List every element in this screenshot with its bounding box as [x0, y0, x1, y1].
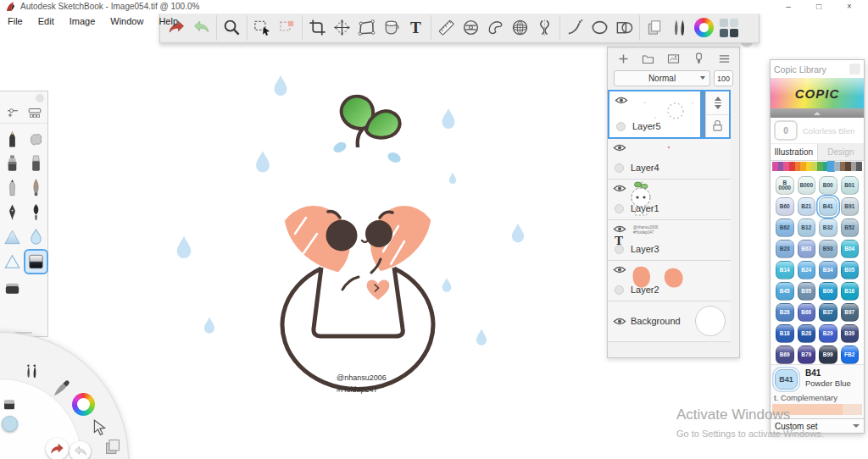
selected-swatch-preview[interactable]: B41: [775, 369, 798, 390]
layer-row-layer3[interactable]: T@nhansu2006#Hoidap247Layer3: [608, 220, 731, 261]
brush-inking-pen-icon[interactable]: [2, 202, 23, 224]
color-family-4[interactable]: [795, 162, 801, 171]
copic-swatch-B26[interactable]: B26: [776, 303, 794, 322]
text-tool-icon[interactable]: T: [403, 15, 428, 41]
ellipse-tool-icon[interactable]: [587, 15, 612, 41]
menu-image[interactable]: Image: [62, 14, 103, 30]
minimize-button[interactable]: –: [773, 0, 804, 13]
menu-edit[interactable]: Edit: [31, 14, 62, 30]
copic-swatch-B97[interactable]: B97: [841, 303, 860, 322]
brush-marker-icon[interactable]: [2, 152, 23, 174]
color-family-9[interactable]: [823, 162, 829, 171]
copic-swatch-B41[interactable]: B41: [819, 197, 837, 216]
tab-illustration[interactable]: Illustration: [771, 144, 818, 160]
color-family-1[interactable]: [778, 162, 784, 171]
layer-visibility-toggle[interactable]: [613, 184, 626, 193]
layer-reorder-handle[interactable]: [706, 91, 729, 115]
layer-radio[interactable]: [615, 245, 624, 254]
layer-visibility-toggle[interactable]: [615, 96, 628, 105]
copic-swatch-B28[interactable]: B28: [798, 324, 816, 343]
menu-help[interactable]: Help: [151, 14, 186, 30]
brush-smear-icon[interactable]: [2, 226, 23, 248]
copic-swatch-B29[interactable]: B29: [819, 324, 837, 343]
color-family-8[interactable]: [817, 162, 823, 171]
copic-swatch-B62[interactable]: B62: [776, 218, 794, 237]
copic-swatch-B000[interactable]: B000: [798, 176, 816, 195]
layer-radio[interactable]: [615, 204, 624, 213]
tab-design[interactable]: Design: [818, 144, 865, 160]
layer-row-background[interactable]: Background: [608, 301, 731, 342]
brush-triangle-icon[interactable]: [2, 251, 23, 273]
color-family-5[interactable]: [800, 162, 806, 171]
layer-opacity-field[interactable]: 100: [714, 70, 733, 86]
copic-swatch-B99[interactable]: B99: [819, 346, 837, 364]
transform-icon[interactable]: [330, 15, 354, 41]
layer-row-layer5[interactable]: Layer5: [608, 90, 731, 139]
crop-icon[interactable]: [305, 15, 330, 41]
copic-swatch-B01[interactable]: B01: [841, 176, 860, 195]
shapes-icon[interactable]: [612, 15, 637, 41]
color-family-13[interactable]: [845, 162, 851, 171]
brush-airbrush-icon[interactable]: [2, 177, 23, 199]
brush-pencil-icon[interactable]: [2, 128, 23, 150]
copic-swatch-B66[interactable]: B66: [798, 303, 816, 322]
maximize-button[interactable]: □: [804, 0, 834, 13]
brush-settings-icon[interactable]: [4, 105, 21, 120]
layer-visibility-toggle[interactable]: [613, 265, 626, 274]
copic-swatch-B23[interactable]: B23: [776, 240, 794, 258]
layer-radio[interactable]: [616, 122, 626, 131]
brush-gradient-flood-icon-selected[interactable]: [25, 251, 47, 273]
layer-radio[interactable]: [615, 285, 624, 295]
copic-collapse-bar[interactable]: [771, 108, 864, 118]
copic-close-button[interactable]: [849, 64, 860, 75]
color-family-6[interactable]: [806, 162, 812, 171]
layer-menu-icon[interactable]: [715, 51, 733, 68]
copic-swatch-FB2[interactable]: FB2: [841, 346, 860, 364]
custom-set-dropdown[interactable]: Custom set: [771, 418, 864, 433]
copic-swatch-B93[interactable]: B93: [819, 240, 837, 258]
brush-flow-pen-icon[interactable]: [25, 202, 47, 224]
lagoon-current-color-swatch[interactable]: [2, 416, 18, 432]
lagoon-current-brush-icon[interactable]: [3, 398, 16, 412]
copic-swatch-B69[interactable]: B69: [776, 346, 794, 364]
brush-paintbrush-icon[interactable]: [25, 177, 47, 199]
layer-lock-button[interactable]: [706, 115, 729, 138]
lagoon-paintbrush-icon[interactable]: [52, 379, 71, 398]
french-curve-icon[interactable]: [483, 15, 508, 41]
copic-swatch-B52[interactable]: B52: [841, 218, 860, 237]
copic-swatch-B0000[interactable]: B0000: [776, 176, 794, 195]
copic-swatch-B06[interactable]: B06: [819, 282, 837, 301]
copic-swatch-B91[interactable]: B91: [841, 197, 860, 216]
marker-icon[interactable]: [689, 51, 708, 68]
ui-layout-icon[interactable]: [716, 15, 741, 41]
copy-paste-icon[interactable]: [643, 15, 667, 41]
copic-swatch-B32[interactable]: B32: [819, 218, 837, 237]
perspective-icon[interactable]: [508, 15, 532, 41]
brush-library-box-icon[interactable]: [26, 105, 43, 120]
fill-icon[interactable]: [379, 15, 403, 41]
copic-swatch-B18[interactable]: B18: [776, 324, 794, 343]
blend-mode-select[interactable]: Normal: [614, 70, 710, 86]
copic-swatch-B04[interactable]: B04: [841, 240, 860, 258]
copic-swatch-B21[interactable]: B21: [798, 197, 816, 216]
complementary-color-bar[interactable]: [772, 404, 862, 415]
color-family-11[interactable]: [834, 162, 840, 171]
redo-icon[interactable]: [189, 15, 214, 41]
color-family-7[interactable]: [811, 162, 817, 171]
copic-swatch-B34[interactable]: B34: [819, 261, 837, 279]
color-family-15[interactable]: [856, 162, 862, 171]
add-layer-icon[interactable]: [614, 51, 632, 68]
ruler-icon[interactable]: [434, 15, 459, 41]
copic-swatch-B05[interactable]: B05: [841, 261, 860, 279]
lagoon-undo-button[interactable]: [46, 438, 69, 459]
brush-eraser-icon[interactable]: [25, 128, 47, 150]
lagoon-redo-button[interactable]: [70, 441, 91, 459]
brush-waterdrop-icon[interactable]: [25, 226, 47, 248]
colorless-blender-button[interactable]: 0: [774, 120, 798, 141]
menu-window[interactable]: Window: [103, 14, 151, 30]
color-family-3[interactable]: [789, 162, 795, 171]
lagoon-select-arrow-icon[interactable]: [91, 418, 108, 436]
brush-square-eraser-icon[interactable]: [2, 275, 23, 297]
copic-swatch-B14[interactable]: B14: [776, 261, 794, 279]
layer-row-layer4[interactable]: Layer4: [608, 139, 731, 180]
